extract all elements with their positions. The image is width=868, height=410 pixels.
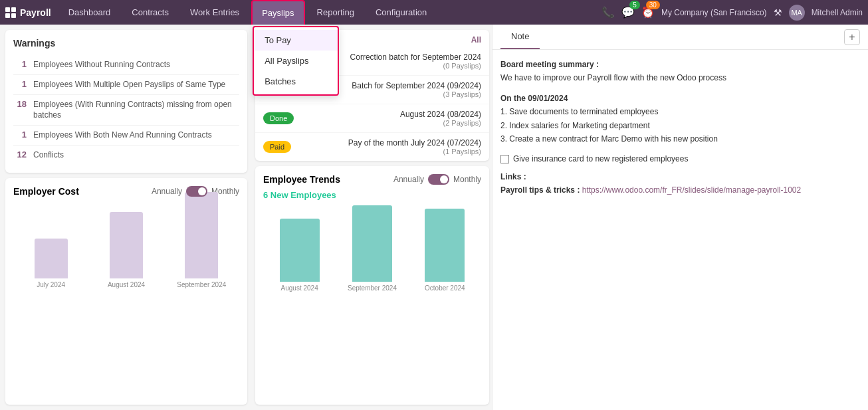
warning-text-1: Employees With Multiple Open Payslips of… <box>33 79 225 90</box>
employee-trends-card: Employee Trends Annually Monthly 6 New E… <box>255 166 489 405</box>
warning-text-2: Employees (With Running Contracts) missi… <box>33 99 239 122</box>
warning-row[interactable]: 12 Conflicts <box>13 146 239 165</box>
bar-label-0: July 2024 <box>37 281 65 288</box>
nav-payslips[interactable]: Payslips To Pay All Payslips Batches <box>251 0 304 25</box>
payslip-count-2: (2 Payslips) <box>300 119 481 127</box>
warning-row[interactable]: 1 Employees With Multiple Open Payslips … <box>13 75 239 95</box>
note-tab[interactable]: Note <box>500 25 540 49</box>
bar-label-1: August 2024 <box>108 281 145 288</box>
chat-icon-btn[interactable]: 💬 5 <box>621 6 635 19</box>
app-name: Payroll <box>20 7 51 18</box>
insurance-checkbox[interactable] <box>500 155 509 163</box>
nav-configuration[interactable]: Configuration <box>366 0 436 25</box>
trends-title: Employee Trends <box>263 174 340 185</box>
trend-bar-1 <box>352 205 392 282</box>
toggle-switch[interactable] <box>186 186 207 197</box>
chat-badge: 5 <box>629 1 640 9</box>
new-employees-label: 6 New Employees <box>263 190 481 200</box>
nav-contracts[interactable]: Contracts <box>122 0 178 25</box>
app-logo[interactable]: Payroll <box>5 7 51 18</box>
user-name[interactable]: Mitchell Admin <box>812 8 863 17</box>
trends-toggle-switch[interactable] <box>428 174 449 185</box>
bar-group-1: August 2024 <box>94 212 158 288</box>
trend-bar-0 <box>280 219 320 282</box>
trend-bar-group-1: September 2024 <box>341 205 403 292</box>
links-label: Links : <box>500 170 860 183</box>
warning-count-1: 1 <box>13 79 27 89</box>
board-meeting-label: Board meeting summary : <box>500 60 599 69</box>
employer-cost-chart: July 2024 August 2024 September 2024 <box>13 202 239 288</box>
list-item-1: 2. Index salaries for Marketing departme… <box>500 119 860 132</box>
nav-dashboard[interactable]: Dashboard <box>59 0 120 25</box>
trends-monthly-label: Monthly <box>453 175 481 184</box>
payslip-status-2: Done <box>263 112 294 124</box>
payslip-name-1: Batch for September 2024 (09/2024) <box>317 81 481 90</box>
toggle-knob <box>198 187 206 195</box>
payslip-count-1: (3 Payslips) <box>317 90 481 98</box>
warning-row[interactable]: 1 Employees With Both New And Running Co… <box>13 126 239 146</box>
trend-bar-group-2: October 2024 <box>414 209 476 292</box>
dropdown-batches[interactable]: Batches <box>254 71 338 92</box>
tools-icon[interactable]: ⚒ <box>774 7 782 18</box>
bar-0 <box>35 239 68 278</box>
bar-1 <box>110 212 143 278</box>
trends-toggle-group: Annually Monthly <box>393 174 481 185</box>
avatar[interactable]: MA <box>789 5 805 21</box>
payslip-info-2: August 2024 (08/2024) (2 Payslips) <box>300 110 481 127</box>
right-panel: Note + Board meeting summary : We have t… <box>492 25 868 410</box>
trend-bar-label-1: September 2024 <box>348 284 397 292</box>
payslip-info-3: Pay of the month July 2024 (07/2024) (1 … <box>298 138 481 155</box>
board-body1: We have to improve our Payroll flow with… <box>500 71 860 84</box>
tips-link[interactable]: https://www.odoo.com/fr_FR/slides/slide/… <box>582 185 801 195</box>
payslips-dropdown: To Pay All Payslips Batches <box>253 26 339 96</box>
payslip-name-3: Pay of the month July 2024 (07/2024) <box>298 138 481 148</box>
employer-cost-card: Employer Cost Annually Monthly July 2024… <box>5 178 247 405</box>
warning-text-4: Conflicts <box>33 150 64 161</box>
nav-right: 📞 💬 5 ⏰ 30 My Company (San Francisco) ⚒ … <box>601 5 863 21</box>
warning-count-2: 18 <box>13 99 27 109</box>
activity-badge: 30 <box>646 1 660 9</box>
payslip-status-3: Paid <box>263 141 291 153</box>
payslip-name-2: August 2024 (08/2024) <box>300 110 481 119</box>
chart-header: Employer Cost Annually Monthly <box>13 186 239 197</box>
trends-header: Employee Trends Annually Monthly <box>263 174 481 185</box>
grid-icon <box>5 7 16 18</box>
payslip-row-3[interactable]: Paid Pay of the month July 2024 (07/2024… <box>255 133 489 161</box>
warnings-title: Warnings <box>13 38 239 49</box>
nav-work-entries[interactable]: Work Entries <box>181 0 249 25</box>
trends-chart: August 2024 September 2024 October 2024 <box>263 205 481 292</box>
date-section: On the 09/01/2024 1. Save documents to t… <box>500 92 860 146</box>
note-add-button[interactable]: + <box>844 29 860 45</box>
all-link[interactable]: All <box>471 35 481 45</box>
topnav: Payroll Dashboard Contracts Work Entries… <box>0 0 868 25</box>
nav-reporting[interactable]: Reporting <box>308 0 364 25</box>
trend-bar-label-2: October 2024 <box>425 284 465 292</box>
dropdown-all-payslips[interactable]: All Payslips <box>254 51 338 71</box>
warning-count-0: 1 <box>13 59 27 69</box>
activity-icon-btn[interactable]: ⏰ 30 <box>641 6 655 19</box>
date-label: On the 09/01/2024 <box>500 92 860 105</box>
warning-row[interactable]: 1 Employees Without Running Contracts <box>13 55 239 75</box>
dropdown-to-pay[interactable]: To Pay <box>254 30 338 51</box>
trends-annually-label: Annually <box>393 175 424 184</box>
warning-row[interactable]: 18 Employees (With Running Contracts) mi… <box>13 95 239 126</box>
payslip-info-1: Batch for September 2024 (09/2024) (3 Pa… <box>317 81 481 98</box>
bar-label-2: September 2024 <box>177 281 226 288</box>
trend-bar-label-0: August 2024 <box>281 284 318 292</box>
left-panel: Warnings 1 Employees Without Running Con… <box>0 25 253 410</box>
bar-group-2: September 2024 <box>169 192 234 288</box>
phone-icon-btn[interactable]: 📞 <box>601 6 615 19</box>
payslip-row-2[interactable]: Done August 2024 (08/2024) (2 Payslips) <box>255 104 489 133</box>
employer-cost-title: Employer Cost <box>13 186 79 197</box>
warnings-card: Warnings 1 Employees Without Running Con… <box>5 30 247 173</box>
warning-text-0: Employees Without Running Contracts <box>33 59 170 70</box>
list-item-0: 1. Save documents to terminated employee… <box>500 105 860 118</box>
board-meeting-section: Board meeting summary : We have to impro… <box>500 58 860 85</box>
links-bold: Links : <box>500 172 526 181</box>
note-body: Board meeting summary : We have to impro… <box>492 50 868 410</box>
checkbox-label: Give insurance card to new registered em… <box>513 152 688 165</box>
warning-count-3: 1 <box>13 130 27 140</box>
warning-text-3: Employees With Both New And Running Cont… <box>33 130 212 141</box>
trends-toggle-knob <box>440 175 448 183</box>
trend-bar-2 <box>425 209 465 282</box>
